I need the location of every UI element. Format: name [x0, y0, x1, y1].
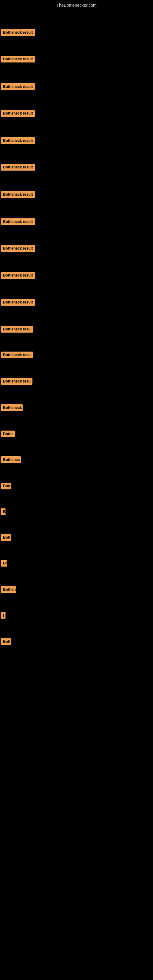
bottleneck-badge-18[interactable]: Bott: [1, 483, 11, 489]
bottleneck-badge-16[interactable]: Bottle: [1, 431, 15, 438]
bottleneck-item-5: Bottleneck result: [1, 137, 35, 145]
bottleneck-badge-13[interactable]: Bottleneck resu: [1, 352, 33, 358]
items-container: Bottleneck resultBottleneck resultBottle…: [0, 12, 153, 980]
site-header: TheBottlenecker.com: [0, 0, 153, 12]
bottleneck-item-13: Bottleneck resu: [1, 352, 33, 360]
bottleneck-item-10: Bottleneck result: [1, 272, 35, 280]
bottleneck-badge-23[interactable]: |: [1, 612, 5, 619]
site-title: TheBottlenecker.com: [56, 3, 97, 8]
bottleneck-item-8: Bottleneck result: [1, 218, 35, 226]
bottleneck-item-21: Bo: [1, 560, 7, 568]
bottleneck-badge-7[interactable]: Bottleneck result: [1, 191, 35, 198]
bottleneck-item-15: Bottleneck: [1, 404, 22, 412]
bottleneck-badge-11[interactable]: Bottleneck result: [1, 299, 35, 305]
bottleneck-item-17: Bottlenec: [1, 456, 21, 464]
bottleneck-badge-1[interactable]: Bottleneck result: [1, 29, 35, 36]
bottleneck-item-6: Bottleneck result: [1, 164, 35, 172]
bottleneck-badge-21[interactable]: Bo: [1, 560, 7, 566]
bottleneck-item-3: Bottleneck result: [1, 83, 35, 91]
bottleneck-item-24: Bott: [1, 638, 11, 646]
bottleneck-item-9: Bottleneck result: [1, 245, 35, 253]
bottleneck-badge-19[interactable]: B: [1, 508, 5, 515]
bottleneck-badge-8[interactable]: Bottleneck result: [1, 218, 35, 225]
bottleneck-badge-20[interactable]: Bott: [1, 534, 11, 541]
bottleneck-badge-14[interactable]: Bottleneck resu: [1, 378, 32, 385]
bottleneck-badge-9[interactable]: Bottleneck result: [1, 245, 35, 252]
bottleneck-badge-6[interactable]: Bottleneck result: [1, 164, 35, 170]
bottleneck-badge-3[interactable]: Bottleneck result: [1, 83, 35, 90]
bottleneck-item-7: Bottleneck result: [1, 191, 35, 199]
bottleneck-item-19: B: [1, 508, 5, 516]
bottleneck-badge-17[interactable]: Bottlenec: [1, 456, 21, 463]
bottleneck-item-20: Bott: [1, 534, 11, 542]
bottleneck-badge-15[interactable]: Bottleneck: [1, 404, 22, 411]
bottleneck-item-16: Bottle: [1, 431, 15, 439]
bottleneck-badge-4[interactable]: Bottleneck result: [1, 110, 35, 117]
bottleneck-item-4: Bottleneck result: [1, 110, 35, 118]
bottleneck-item-11: Bottleneck result: [1, 299, 35, 307]
bottleneck-badge-22[interactable]: Bottlen: [1, 586, 16, 593]
bottleneck-item-22: Bottlen: [1, 586, 16, 594]
bottleneck-item-12: Bottleneck resu: [1, 326, 33, 334]
bottleneck-item-1: Bottleneck result: [1, 29, 35, 37]
bottleneck-badge-12[interactable]: Bottleneck resu: [1, 326, 33, 332]
bottleneck-item-2: Bottleneck result: [1, 56, 35, 64]
bottleneck-badge-24[interactable]: Bott: [1, 638, 11, 645]
bottleneck-badge-2[interactable]: Bottleneck result: [1, 56, 35, 62]
bottleneck-badge-10[interactable]: Bottleneck result: [1, 272, 35, 279]
bottleneck-item-23: |: [1, 612, 5, 620]
bottleneck-item-18: Bott: [1, 483, 11, 491]
bottleneck-item-14: Bottleneck resu: [1, 378, 32, 386]
bottleneck-badge-5[interactable]: Bottleneck result: [1, 137, 35, 144]
